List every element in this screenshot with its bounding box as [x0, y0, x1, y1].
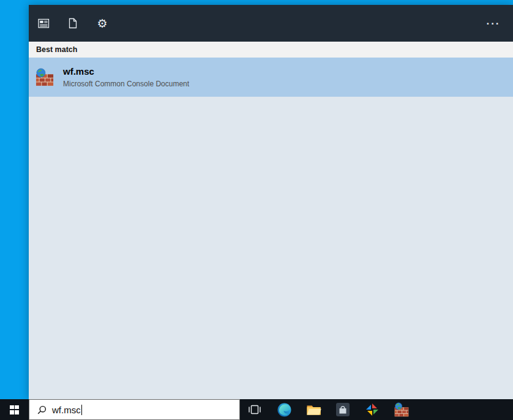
documents-filter-icon — [68, 18, 78, 29]
search-icon — [37, 405, 47, 414]
search-header: ⚙ ··· — [29, 5, 513, 42]
search-input-value: wf.msc — [52, 405, 81, 415]
search-flyout: ⚙ ··· Best match — [29, 5, 513, 399]
result-subtitle: Microsoft Common Console Document — [63, 80, 189, 88]
results-empty-area — [29, 97, 513, 399]
pinned-app-1-button[interactable] — [328, 399, 358, 420]
start-button[interactable] — [0, 399, 29, 420]
apps-filter-button[interactable] — [29, 5, 58, 42]
file-explorer-icon — [306, 403, 321, 416]
pinned-app-2-button[interactable] — [358, 399, 387, 420]
taskbar: wf.msc — [0, 399, 513, 420]
pinned-app-icon-1 — [335, 402, 350, 417]
section-title: Best match — [29, 42, 513, 58]
windows-firewall-icon — [394, 402, 409, 417]
documents-filter-button[interactable] — [58, 5, 88, 42]
taskbar-search-box[interactable]: wf.msc — [29, 399, 240, 420]
result-text: wf.msc Microsoft Common Console Document — [63, 66, 189, 88]
firewall-app-button[interactable] — [387, 399, 416, 420]
edge-icon — [277, 402, 292, 418]
windows-start-icon — [10, 405, 19, 414]
result-title: wf.msc — [63, 66, 189, 77]
pinned-app-icon-2 — [365, 402, 380, 417]
more-options-icon: ··· — [487, 18, 501, 29]
settings-filter-icon: ⚙ — [97, 18, 107, 29]
best-match-result[interactable]: wf.msc Microsoft Common Console Document — [29, 58, 513, 97]
task-view-button[interactable] — [240, 399, 269, 420]
settings-filter-button[interactable]: ⚙ — [88, 5, 117, 42]
file-explorer-button[interactable] — [299, 399, 328, 420]
task-view-icon — [248, 404, 261, 415]
more-options-button[interactable]: ··· — [481, 5, 506, 42]
windows-firewall-icon — [36, 68, 54, 86]
apps-filter-icon — [38, 18, 50, 29]
text-caret — [81, 405, 82, 415]
edge-button[interactable] — [269, 399, 299, 420]
